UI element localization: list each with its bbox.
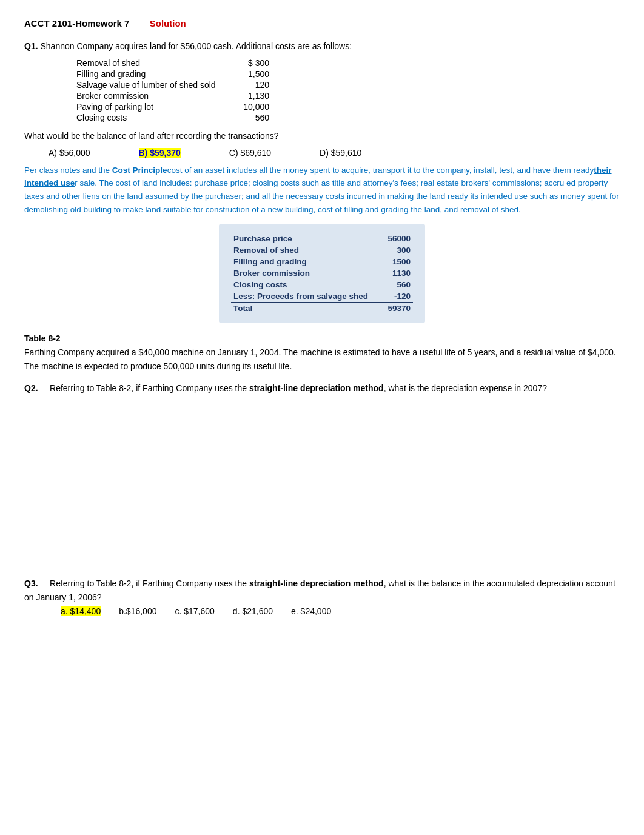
explanation: Per class notes and the Cost Principleco… xyxy=(24,164,620,216)
cost-row: Salvage value of lumber of shed sold120 xyxy=(73,79,273,90)
cost-item: Filling and grading xyxy=(73,69,230,79)
summary-value: 560 xyxy=(383,279,413,290)
summary-value: 1500 xyxy=(383,256,413,267)
cost-item: Paving of parking lot xyxy=(73,101,230,112)
q1-answer: A) $56,000 xyxy=(49,148,90,158)
cost-amount: 120 xyxy=(230,79,273,90)
course-title: ACCT 2101-Homework 7 xyxy=(24,18,129,29)
summary-label: Total xyxy=(231,303,383,315)
summary-value: -120 xyxy=(383,290,413,303)
cost-row: Closing costs560 xyxy=(73,112,273,123)
summary-row: Filling and grading1500 xyxy=(231,256,413,267)
q2-label: Q2. xyxy=(24,383,38,393)
page-title: ACCT 2101-Homework 7 Solution xyxy=(24,18,620,29)
summary-label: Closing costs xyxy=(231,279,383,290)
q2-part1: Referring to Table 8-2, if Farthing Comp… xyxy=(50,383,249,393)
exp-part3: r sale. The cost of land includes: purch… xyxy=(24,178,619,213)
q3-section: Q3. Referring to Table 8-2, if Farthing … xyxy=(24,577,620,616)
q2-text: Q2. Referring to Table 8-2, if Farthing … xyxy=(24,381,620,395)
summary-label: Purchase price xyxy=(231,233,383,244)
summary-value: 1130 xyxy=(383,267,413,279)
solution-label: Solution xyxy=(150,18,186,29)
cost-table: Removal of shed$ 300Filling and grading1… xyxy=(73,58,620,123)
q3-answer: a. $14,400 xyxy=(61,606,101,616)
q2-part2: , what is the depreciation expense in 20… xyxy=(384,383,547,393)
cost-item: Salvage value of lumber of shed sold xyxy=(73,79,230,90)
q1-intro-text: Shannon Company acquires land for $56,00… xyxy=(40,41,352,51)
q3-method: straight-line depreciation method xyxy=(249,578,384,588)
q1-section: Q1. Shannon Company acquires land for $5… xyxy=(24,39,620,158)
cost-amount: 1,500 xyxy=(230,69,273,79)
exp-part2: cost of an asset includes all the money … xyxy=(167,166,594,175)
q3-part1: Referring to Table 8-2, if Farthing Comp… xyxy=(50,578,249,588)
q1-intro: Q1. Shannon Company acquires land for $5… xyxy=(24,39,620,53)
summary-row: Broker commission1130 xyxy=(231,267,413,279)
cost-amount: 10,000 xyxy=(230,101,273,112)
q3-answer: e. $24,000 xyxy=(291,606,331,616)
table82-section: Table 8-2 Farthing Company acquired a $4… xyxy=(24,334,620,373)
q3-answer: c. $17,600 xyxy=(175,606,214,616)
summary-row: Closing costs560 xyxy=(231,279,413,290)
cost-amount: 1,130 xyxy=(230,90,273,101)
summary-row: Less: Proceeds from salvage shed-120 xyxy=(231,290,413,303)
cost-item: Removal of shed xyxy=(73,58,230,69)
summary-row: Removal of shed300 xyxy=(231,244,413,256)
q3-answers: a. $14,400b.$16,000c. $17,600d. $21,600e… xyxy=(61,606,620,616)
cost-row: Removal of shed$ 300 xyxy=(73,58,273,69)
cost-item: Closing costs xyxy=(73,112,230,123)
cost-amount: $ 300 xyxy=(230,58,273,69)
q1-answer: D) $59,610 xyxy=(320,148,361,158)
summary-row: Purchase price56000 xyxy=(231,233,413,244)
summary-label: Filling and grading xyxy=(231,256,383,267)
q3-text: Q3. Referring to Table 8-2, if Farthing … xyxy=(24,577,620,604)
summary-row: Total59370 xyxy=(231,303,413,315)
summary-label: Removal of shed xyxy=(231,244,383,256)
summary-value: 56000 xyxy=(383,233,413,244)
summary-value: 59370 xyxy=(383,303,413,315)
q1-answer: B) $59,370 xyxy=(139,148,181,158)
q1-label: Q1. xyxy=(24,41,38,51)
q3-answer: d. $21,600 xyxy=(233,606,273,616)
answer-row: A) $56,000B) $59,370C) $69,610D) $59,610 xyxy=(49,148,620,158)
cost-row: Filling and grading1,500 xyxy=(73,69,273,79)
q2-section: Q2. Referring to Table 8-2, if Farthing … xyxy=(24,381,620,395)
q2-method: straight-line depreciation method xyxy=(249,383,384,393)
cost-principle: Cost Principle xyxy=(112,166,167,175)
exp-part1: Per class notes and the xyxy=(24,166,112,175)
cost-row: Broker commission1,130 xyxy=(73,90,273,101)
cost-item: Broker commission xyxy=(73,90,230,101)
summary-box: Purchase price56000Removal of shed300Fil… xyxy=(219,224,425,323)
cost-amount: 560 xyxy=(230,112,273,123)
q3-label: Q3. xyxy=(24,578,38,588)
table82-label: Table 8-2 xyxy=(24,334,620,343)
cost-row: Paving of parking lot10,000 xyxy=(73,101,273,112)
summary-label: Broker commission xyxy=(231,267,383,279)
q3-answer: b.$16,000 xyxy=(119,606,156,616)
table82-text: Farthing Company acquired a $40,000 mach… xyxy=(24,346,620,373)
q1-answer: C) $69,610 xyxy=(229,148,271,158)
summary-value: 300 xyxy=(383,244,413,256)
q1-question: What would be the balance of land after … xyxy=(24,129,620,143)
summary-label: Less: Proceeds from salvage shed xyxy=(231,290,383,303)
